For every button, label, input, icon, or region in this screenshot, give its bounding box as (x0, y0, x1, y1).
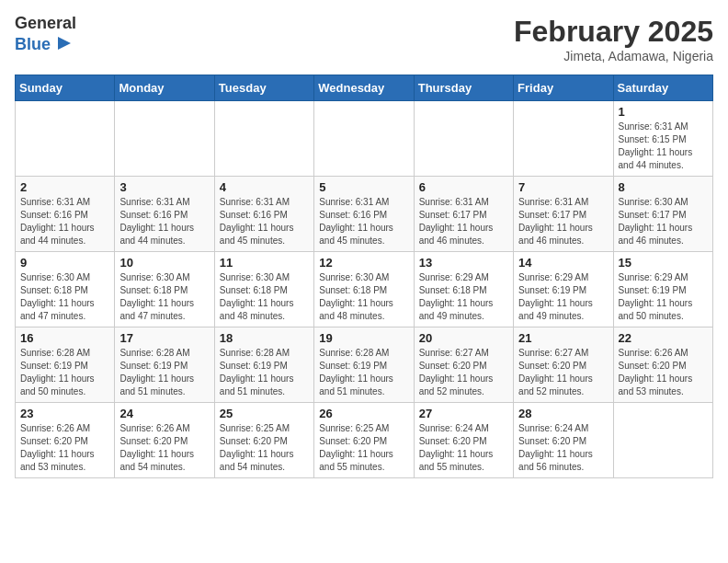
day-info: Sunrise: 6:30 AM Sunset: 6:17 PM Dayligh… (619, 196, 708, 247)
day-info: Sunrise: 6:26 AM Sunset: 6:20 PM Dayligh… (20, 422, 109, 474)
day-info: Sunrise: 6:31 AM Sunset: 6:16 PM Dayligh… (20, 196, 109, 247)
day-number: 19 (319, 331, 408, 345)
calendar-cell: 11Sunrise: 6:30 AM Sunset: 6:18 PM Dayli… (214, 252, 313, 327)
day-info: Sunrise: 6:29 AM Sunset: 6:19 PM Dayligh… (518, 271, 608, 323)
day-info: Sunrise: 6:31 AM Sunset: 6:16 PM Dayligh… (220, 196, 309, 247)
subtitle: Jimeta, Adamawa, Nigeria (514, 49, 713, 63)
weekday-header: Saturday (613, 75, 712, 101)
day-number: 3 (119, 180, 209, 194)
day-info: Sunrise: 6:25 AM Sunset: 6:20 PM Dayligh… (319, 422, 408, 474)
calendar-cell: 1Sunrise: 6:31 AM Sunset: 6:15 PM Daylig… (613, 101, 712, 177)
day-info: Sunrise: 6:31 AM Sunset: 6:15 PM Dayligh… (619, 121, 708, 172)
logo-general: General (15, 15, 76, 33)
calendar-cell (115, 101, 214, 177)
calendar-cell: 16Sunrise: 6:28 AM Sunset: 6:19 PM Dayli… (16, 327, 115, 403)
day-number: 14 (518, 256, 608, 270)
weekday-header: Sunday (16, 75, 115, 101)
weekday-header: Monday (115, 75, 214, 101)
calendar-week-row: 16Sunrise: 6:28 AM Sunset: 6:19 PM Dayli… (16, 327, 713, 403)
day-info: Sunrise: 6:28 AM Sunset: 6:19 PM Dayligh… (119, 347, 209, 398)
calendar-header-row: SundayMondayTuesdayWednesdayThursdayFrid… (16, 75, 713, 101)
day-info: Sunrise: 6:24 AM Sunset: 6:20 PM Dayligh… (518, 422, 608, 474)
calendar-week-row: 1Sunrise: 6:31 AM Sunset: 6:15 PM Daylig… (16, 101, 713, 177)
day-info: Sunrise: 6:28 AM Sunset: 6:19 PM Dayligh… (319, 347, 408, 398)
day-number: 24 (119, 407, 209, 420)
day-info: Sunrise: 6:27 AM Sunset: 6:20 PM Dayligh… (419, 347, 508, 398)
day-info: Sunrise: 6:30 AM Sunset: 6:18 PM Dayligh… (119, 271, 209, 323)
day-info: Sunrise: 6:31 AM Sunset: 6:16 PM Dayligh… (319, 196, 408, 247)
day-number: 8 (619, 180, 708, 194)
page-header: General Blue February 2025 Jimeta, Adama… (15, 15, 713, 63)
calendar-cell: 6Sunrise: 6:31 AM Sunset: 6:17 PM Daylig… (414, 177, 513, 252)
calendar-cell: 21Sunrise: 6:27 AM Sunset: 6:20 PM Dayli… (514, 327, 613, 403)
day-number: 27 (419, 407, 508, 420)
day-number: 9 (20, 256, 109, 270)
day-info: Sunrise: 6:25 AM Sunset: 6:20 PM Dayligh… (220, 422, 309, 474)
day-info: Sunrise: 6:28 AM Sunset: 6:19 PM Dayligh… (20, 347, 109, 398)
day-number: 16 (20, 331, 109, 345)
day-number: 23 (20, 407, 109, 420)
day-number: 28 (518, 407, 608, 420)
calendar-cell: 28Sunrise: 6:24 AM Sunset: 6:20 PM Dayli… (514, 403, 613, 478)
day-number: 17 (119, 331, 209, 345)
day-info: Sunrise: 6:30 AM Sunset: 6:18 PM Dayligh… (319, 271, 408, 323)
calendar-week-row: 9Sunrise: 6:30 AM Sunset: 6:18 PM Daylig… (16, 252, 713, 327)
calendar-cell: 9Sunrise: 6:30 AM Sunset: 6:18 PM Daylig… (16, 252, 115, 327)
calendar-cell: 4Sunrise: 6:31 AM Sunset: 6:16 PM Daylig… (214, 177, 313, 252)
day-number: 25 (220, 407, 309, 420)
calendar-cell: 25Sunrise: 6:25 AM Sunset: 6:20 PM Dayli… (214, 403, 313, 478)
calendar-week-row: 23Sunrise: 6:26 AM Sunset: 6:20 PM Dayli… (16, 403, 713, 478)
calendar-cell: 18Sunrise: 6:28 AM Sunset: 6:19 PM Dayli… (214, 327, 313, 403)
calendar-cell: 5Sunrise: 6:31 AM Sunset: 6:16 PM Daylig… (314, 177, 414, 252)
logo-icon (54, 33, 74, 57)
calendar-cell: 17Sunrise: 6:28 AM Sunset: 6:19 PM Dayli… (115, 327, 214, 403)
weekday-header: Wednesday (314, 75, 414, 101)
day-info: Sunrise: 6:31 AM Sunset: 6:16 PM Dayligh… (119, 196, 209, 247)
day-number: 6 (419, 180, 508, 194)
calendar-cell (214, 101, 313, 177)
logo: General Blue (15, 15, 76, 56)
day-number: 11 (220, 256, 309, 270)
weekday-header: Tuesday (214, 75, 313, 101)
day-number: 7 (518, 180, 608, 194)
day-number: 18 (220, 331, 309, 345)
day-info: Sunrise: 6:24 AM Sunset: 6:20 PM Dayligh… (419, 422, 508, 474)
day-number: 2 (20, 180, 109, 194)
logo-blue: Blue (15, 36, 51, 54)
day-info: Sunrise: 6:31 AM Sunset: 6:17 PM Dayligh… (419, 196, 508, 247)
calendar-cell: 23Sunrise: 6:26 AM Sunset: 6:20 PM Dayli… (16, 403, 115, 478)
title-area: February 2025 Jimeta, Adamawa, Nigeria (514, 15, 713, 63)
calendar-cell: 20Sunrise: 6:27 AM Sunset: 6:20 PM Dayli… (414, 327, 513, 403)
calendar-cell: 12Sunrise: 6:30 AM Sunset: 6:18 PM Dayli… (314, 252, 414, 327)
calendar-cell: 13Sunrise: 6:29 AM Sunset: 6:18 PM Dayli… (414, 252, 513, 327)
day-number: 20 (419, 331, 508, 345)
day-number: 5 (319, 180, 408, 194)
day-number: 22 (619, 331, 708, 345)
day-info: Sunrise: 6:30 AM Sunset: 6:18 PM Dayligh… (20, 271, 109, 323)
day-number: 13 (419, 256, 508, 270)
day-info: Sunrise: 6:29 AM Sunset: 6:18 PM Dayligh… (419, 271, 508, 323)
day-number: 21 (518, 331, 608, 345)
svg-marker-0 (58, 37, 71, 50)
day-info: Sunrise: 6:28 AM Sunset: 6:19 PM Dayligh… (220, 347, 309, 398)
calendar-cell: 24Sunrise: 6:26 AM Sunset: 6:20 PM Dayli… (115, 403, 214, 478)
calendar-cell: 22Sunrise: 6:26 AM Sunset: 6:20 PM Dayli… (613, 327, 712, 403)
calendar-week-row: 2Sunrise: 6:31 AM Sunset: 6:16 PM Daylig… (16, 177, 713, 252)
calendar-cell (16, 101, 115, 177)
calendar-table: SundayMondayTuesdayWednesdayThursdayFrid… (15, 75, 713, 478)
calendar-cell: 2Sunrise: 6:31 AM Sunset: 6:16 PM Daylig… (16, 177, 115, 252)
calendar-cell: 27Sunrise: 6:24 AM Sunset: 6:20 PM Dayli… (414, 403, 513, 478)
day-number: 10 (119, 256, 209, 270)
day-info: Sunrise: 6:31 AM Sunset: 6:17 PM Dayligh… (518, 196, 608, 247)
calendar-cell: 26Sunrise: 6:25 AM Sunset: 6:20 PM Dayli… (314, 403, 414, 478)
calendar-cell: 14Sunrise: 6:29 AM Sunset: 6:19 PM Dayli… (514, 252, 613, 327)
calendar-cell: 8Sunrise: 6:30 AM Sunset: 6:17 PM Daylig… (613, 177, 712, 252)
calendar-cell (314, 101, 414, 177)
day-info: Sunrise: 6:29 AM Sunset: 6:19 PM Dayligh… (619, 271, 708, 323)
day-number: 15 (619, 256, 708, 270)
day-number: 26 (319, 407, 408, 420)
calendar-cell: 15Sunrise: 6:29 AM Sunset: 6:19 PM Dayli… (613, 252, 712, 327)
calendar-cell: 19Sunrise: 6:28 AM Sunset: 6:19 PM Dayli… (314, 327, 414, 403)
day-info: Sunrise: 6:27 AM Sunset: 6:20 PM Dayligh… (518, 347, 608, 398)
day-number: 1 (619, 105, 708, 119)
